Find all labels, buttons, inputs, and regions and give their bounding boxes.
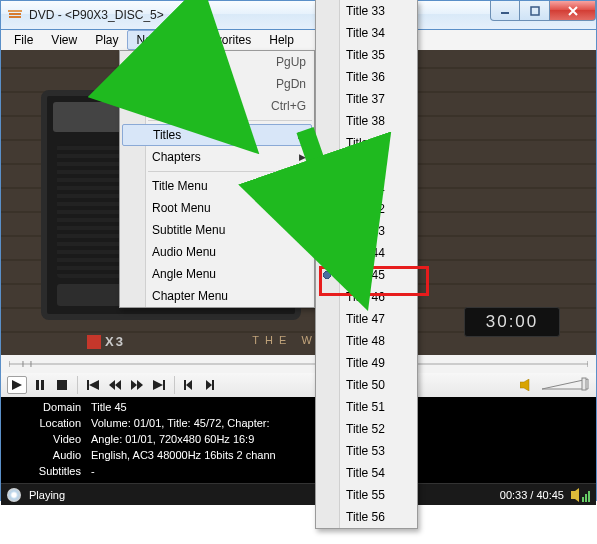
menu-favorites[interactable]: Favorites [193, 30, 260, 50]
close-button[interactable] [550, 1, 596, 21]
title-label: Title 51 [346, 400, 385, 414]
menu-item-chapters[interactable]: Chapters▶ [120, 146, 314, 168]
menu-item-label: Go To... [152, 99, 194, 113]
info-label: Audio [11, 449, 91, 465]
window-title: DVD - <P90X3_DISC_5> [29, 8, 164, 22]
title-item-38[interactable]: Title 38 [316, 110, 417, 132]
svg-rect-14 [87, 380, 89, 390]
title-item-55[interactable]: Title 55 [316, 484, 417, 506]
svg-marker-26 [520, 379, 529, 391]
audio-meter-icon[interactable] [570, 488, 590, 502]
title-item-49[interactable]: Title 49 [316, 352, 417, 374]
title-item-48[interactable]: Title 48 [316, 330, 417, 352]
title-item-46[interactable]: Title 46 [316, 286, 417, 308]
title-item-34[interactable]: Title 34 [316, 22, 417, 44]
svg-rect-22 [184, 380, 186, 390]
menu-item-audio-menu[interactable]: Audio Menu [120, 241, 314, 263]
title-label: Title 55 [346, 488, 385, 502]
radio-icon [322, 270, 332, 280]
prev-track-button[interactable] [84, 376, 102, 394]
menu-item-previous[interactable]: PreviousPgUp [120, 51, 314, 73]
maximize-button[interactable] [520, 1, 550, 21]
stop-button[interactable] [53, 376, 71, 394]
x3-text: X3 [105, 334, 125, 349]
info-row: DomainTitle 45 [11, 401, 594, 417]
title-label: Title 49 [346, 356, 385, 370]
title-item-39[interactable]: Title 39 [316, 132, 417, 154]
menu-item-title-menu[interactable]: Title MenuAlt+T [120, 175, 314, 197]
info-panel: DomainTitle 45LocationVolume: 01/01, Tit… [0, 397, 597, 501]
title-item-54[interactable]: Title 54 [316, 462, 417, 484]
menu-item-go-to-[interactable]: Go To...Ctrl+G [120, 95, 314, 117]
title-item-36[interactable]: Title 36 [316, 66, 417, 88]
menu-item-label: Title Menu [152, 179, 208, 193]
menu-play[interactable]: Play [86, 30, 127, 50]
title-label: Title 39 [346, 136, 385, 150]
menu-item-label: Previous [152, 55, 199, 69]
title-item-47[interactable]: Title 47 [316, 308, 417, 330]
menu-item-next[interactable]: NextPgDn [120, 73, 314, 95]
title-item-43[interactable]: Title 43 [316, 220, 417, 242]
svg-marker-18 [131, 380, 137, 390]
info-label: Location [11, 417, 91, 433]
menubar: File View Play Navigate Favorites Help [0, 30, 597, 50]
info-value: Title 45 [91, 401, 127, 417]
title-item-35[interactable]: Title 35 [316, 44, 417, 66]
svg-rect-2 [8, 10, 22, 12]
title-label: Title 34 [346, 26, 385, 40]
title-item-44[interactable]: Title 44 [316, 242, 417, 264]
play-button[interactable] [7, 376, 27, 394]
svg-marker-20 [153, 380, 163, 390]
title-label: Title 45 [346, 268, 385, 282]
menu-item-angle-menu[interactable]: Angle Menu [120, 263, 314, 285]
title-item-40[interactable]: Title 40 [316, 154, 417, 176]
title-item-42[interactable]: Title 42 [316, 198, 417, 220]
menu-item-chapter-menu[interactable]: Chapter Menu [120, 285, 314, 307]
menu-item-label: Subtitle Menu [152, 223, 225, 237]
svg-rect-30 [582, 497, 584, 502]
info-label: Domain [11, 401, 91, 417]
separator [174, 376, 175, 394]
svg-rect-28 [582, 378, 586, 390]
next-track-button[interactable] [150, 376, 168, 394]
menu-item-subtitle-menu[interactable]: Subtitle Menu [120, 219, 314, 241]
svg-rect-21 [163, 380, 165, 390]
title-label: Title 53 [346, 444, 385, 458]
mute-button[interactable] [518, 376, 536, 394]
step-fwd-button[interactable] [203, 376, 221, 394]
menu-item-titles[interactable]: Titles▶ [122, 124, 312, 146]
info-label: Video [11, 433, 91, 449]
minimize-button[interactable] [490, 1, 520, 21]
submenu-arrow-icon: ▶ [298, 130, 305, 140]
title-item-52[interactable]: Title 52 [316, 418, 417, 440]
title-item-45[interactable]: Title 45 [316, 264, 417, 286]
title-item-56[interactable]: Title 56 [316, 506, 417, 528]
menu-item-label: Next [152, 77, 177, 91]
info-row: AudioEnglish, AC3 48000Hz 16bits 2 chann [11, 449, 594, 465]
step-back-button[interactable] [181, 376, 199, 394]
menu-navigate[interactable]: Navigate [127, 30, 192, 50]
title-item-53[interactable]: Title 53 [316, 440, 417, 462]
svg-marker-15 [89, 380, 99, 390]
title-item-33[interactable]: Title 33 [316, 0, 417, 22]
title-item-50[interactable]: Title 50 [316, 374, 417, 396]
menu-item-root-menu[interactable]: Root MenuAlt+R [120, 197, 314, 219]
menu-help[interactable]: Help [260, 30, 303, 50]
volume-slider[interactable] [540, 377, 590, 393]
rewind-button[interactable] [106, 376, 124, 394]
menu-view[interactable]: View [42, 30, 86, 50]
title-item-37[interactable]: Title 37 [316, 88, 417, 110]
seek-bar[interactable] [0, 355, 597, 373]
title-label: Title 46 [346, 290, 385, 304]
title-item-51[interactable]: Title 51 [316, 396, 417, 418]
forward-button[interactable] [128, 376, 146, 394]
menu-file[interactable]: File [5, 30, 42, 50]
menu-shortcut: PgDn [276, 77, 306, 91]
svg-rect-3 [501, 12, 509, 14]
menu-separator [148, 120, 312, 121]
pause-button[interactable] [31, 376, 49, 394]
title-item-41[interactable]: Title 41 [316, 176, 417, 198]
title-label: Title 48 [346, 334, 385, 348]
title-label: Title 43 [346, 224, 385, 238]
seek-track[interactable] [9, 361, 588, 367]
